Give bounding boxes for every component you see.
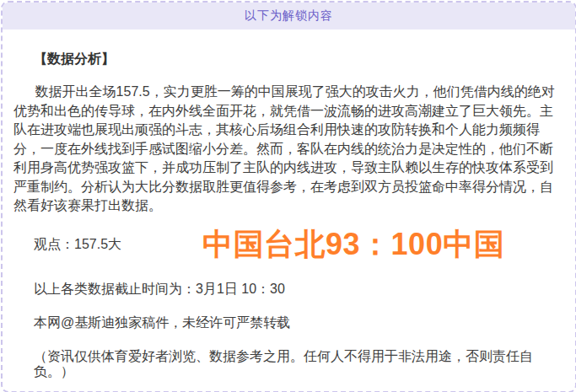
section-title-data-analysis: 【数据分析】 [13,51,564,68]
article-content: 【数据分析】 数据开出全场157.5，实力更胜一筹的中国展现了强大的攻击火力，他… [3,30,575,379]
copyright-notice: 本网@基斯迪独家稿件，未经许可严禁转载 [13,315,564,330]
data-cutoff-time: 以上各类数据截止时间为：3月1日 10：30 [13,282,564,297]
unlock-banner: 以下为解锁内容 [3,3,575,30]
unlock-banner-label: 以下为解锁内容 [245,8,333,24]
final-score-overlay: 中国台北93：100中国 [202,224,504,266]
viewpoint-row: 观点：157.5大 中国台北93：100中国 [13,228,564,263]
viewpoint-text: 观点：157.5大 [13,236,121,254]
disclaimer-text: （资讯仅供体育爱好者浏览、数据参考之用。任何人不得用于非法用途，否则责任自负。） [13,349,564,379]
analysis-paragraph: 数据开出全场157.5，实力更胜一筹的中国展现了强大的攻击火力，他们凭借内线的绝… [13,83,564,216]
unlocked-content-panel: 以下为解锁内容 【数据分析】 数据开出全场157.5，实力更胜一筹的中国展现了强… [1,1,576,392]
